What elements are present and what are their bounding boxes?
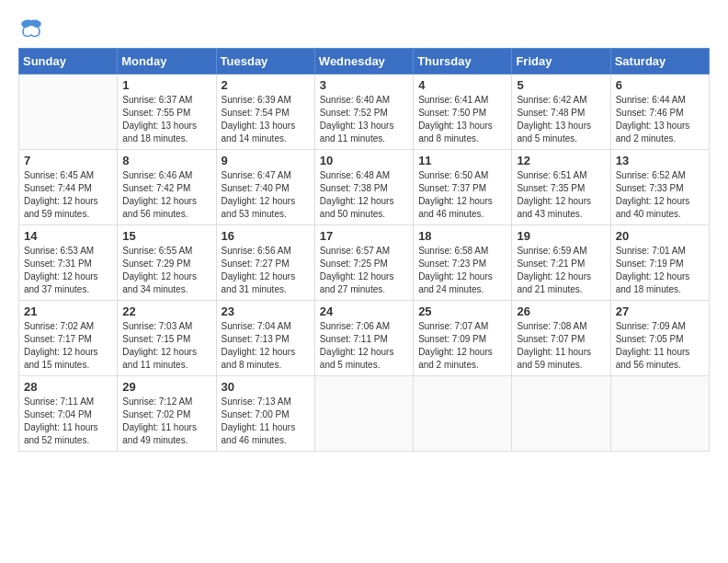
cell-info: Sunrise: 6:44 AM Sunset: 7:46 PM Dayligh… bbox=[616, 94, 704, 145]
calendar-cell: 15Sunrise: 6:55 AM Sunset: 7:29 PM Dayli… bbox=[118, 225, 216, 301]
cell-info: Sunrise: 6:42 AM Sunset: 7:48 PM Dayligh… bbox=[517, 94, 605, 145]
weekday-header-sunday: Sunday bbox=[19, 49, 118, 75]
cell-info: Sunrise: 7:11 AM Sunset: 7:04 PM Dayligh… bbox=[24, 396, 112, 447]
calendar-cell: 29Sunrise: 7:12 AM Sunset: 7:02 PM Dayli… bbox=[118, 376, 216, 452]
cell-info: Sunrise: 6:39 AM Sunset: 7:54 PM Dayligh… bbox=[222, 94, 310, 145]
calendar-cell bbox=[610, 376, 709, 452]
calendar-cell bbox=[414, 376, 512, 452]
day-number: 16 bbox=[222, 229, 310, 243]
day-number: 13 bbox=[616, 154, 704, 167]
cell-info: Sunrise: 6:41 AM Sunset: 7:50 PM Dayligh… bbox=[418, 94, 506, 145]
day-number: 12 bbox=[517, 154, 605, 167]
calendar-cell: 3Sunrise: 6:40 AM Sunset: 7:52 PM Daylig… bbox=[314, 75, 413, 150]
day-number: 11 bbox=[418, 154, 506, 167]
calendar-cell: 4Sunrise: 6:41 AM Sunset: 7:50 PM Daylig… bbox=[414, 75, 512, 150]
cell-info: Sunrise: 7:09 AM Sunset: 7:05 PM Dayligh… bbox=[616, 320, 704, 372]
cell-info: Sunrise: 6:57 AM Sunset: 7:25 PM Dayligh… bbox=[320, 245, 408, 296]
calendar-cell: 12Sunrise: 6:51 AM Sunset: 7:35 PM Dayli… bbox=[512, 150, 610, 225]
day-number: 8 bbox=[122, 154, 210, 167]
calendar-cell: 5Sunrise: 6:42 AM Sunset: 7:48 PM Daylig… bbox=[512, 75, 610, 150]
calendar-cell: 23Sunrise: 7:04 AM Sunset: 7:13 PM Dayli… bbox=[216, 301, 314, 376]
cell-info: Sunrise: 7:02 AM Sunset: 7:17 PM Dayligh… bbox=[24, 320, 112, 372]
calendar-cell bbox=[314, 376, 413, 452]
cell-info: Sunrise: 6:55 AM Sunset: 7:29 PM Dayligh… bbox=[122, 245, 210, 296]
cell-info: Sunrise: 6:46 AM Sunset: 7:42 PM Dayligh… bbox=[122, 169, 210, 221]
calendar-cell: 27Sunrise: 7:09 AM Sunset: 7:05 PM Dayli… bbox=[610, 301, 709, 376]
day-number: 1 bbox=[122, 78, 210, 92]
cell-info: Sunrise: 7:03 AM Sunset: 7:15 PM Dayligh… bbox=[122, 320, 210, 372]
week-row-3: 14Sunrise: 6:53 AM Sunset: 7:31 PM Dayli… bbox=[19, 225, 710, 301]
day-number: 24 bbox=[320, 304, 408, 318]
calendar-cell: 14Sunrise: 6:53 AM Sunset: 7:31 PM Dayli… bbox=[19, 225, 118, 301]
cell-info: Sunrise: 7:08 AM Sunset: 7:07 PM Dayligh… bbox=[517, 320, 605, 372]
cell-info: Sunrise: 7:01 AM Sunset: 7:19 PM Dayligh… bbox=[616, 245, 704, 296]
weekday-header-saturday: Saturday bbox=[610, 49, 709, 75]
cell-info: Sunrise: 6:48 AM Sunset: 7:38 PM Dayligh… bbox=[320, 169, 408, 221]
calendar-header: SundayMondayTuesdayWednesdayThursdayFrid… bbox=[19, 49, 710, 75]
cell-info: Sunrise: 6:50 AM Sunset: 7:37 PM Dayligh… bbox=[418, 169, 506, 221]
page-header bbox=[18, 18, 710, 39]
day-number: 14 bbox=[24, 229, 112, 243]
weekday-header-monday: Monday bbox=[118, 49, 216, 75]
weekday-header-friday: Friday bbox=[512, 49, 610, 75]
weekday-header-tuesday: Tuesday bbox=[216, 49, 314, 75]
day-number: 4 bbox=[418, 78, 506, 92]
calendar-body: 1Sunrise: 6:37 AM Sunset: 7:55 PM Daylig… bbox=[19, 75, 710, 452]
calendar-cell: 22Sunrise: 7:03 AM Sunset: 7:15 PM Dayli… bbox=[118, 301, 216, 376]
day-number: 19 bbox=[517, 229, 605, 243]
week-row-2: 7Sunrise: 6:45 AM Sunset: 7:44 PM Daylig… bbox=[19, 150, 710, 225]
calendar-cell: 19Sunrise: 6:59 AM Sunset: 7:21 PM Dayli… bbox=[512, 225, 610, 301]
cell-info: Sunrise: 6:52 AM Sunset: 7:33 PM Dayligh… bbox=[616, 169, 704, 221]
day-number: 29 bbox=[122, 380, 210, 394]
day-number: 15 bbox=[122, 229, 210, 243]
logo bbox=[18, 18, 48, 39]
calendar-cell: 1Sunrise: 6:37 AM Sunset: 7:55 PM Daylig… bbox=[118, 75, 216, 150]
cell-info: Sunrise: 7:12 AM Sunset: 7:02 PM Dayligh… bbox=[122, 396, 210, 447]
cell-info: Sunrise: 6:51 AM Sunset: 7:35 PM Dayligh… bbox=[517, 169, 605, 221]
day-number: 7 bbox=[24, 154, 112, 167]
calendar-cell: 28Sunrise: 7:11 AM Sunset: 7:04 PM Dayli… bbox=[19, 376, 118, 452]
calendar-cell: 9Sunrise: 6:47 AM Sunset: 7:40 PM Daylig… bbox=[216, 150, 314, 225]
day-number: 27 bbox=[616, 304, 704, 318]
calendar-cell: 16Sunrise: 6:56 AM Sunset: 7:27 PM Dayli… bbox=[216, 225, 314, 301]
cell-info: Sunrise: 6:40 AM Sunset: 7:52 PM Dayligh… bbox=[320, 94, 408, 145]
cell-info: Sunrise: 7:07 AM Sunset: 7:09 PM Dayligh… bbox=[418, 320, 506, 372]
calendar-cell: 2Sunrise: 6:39 AM Sunset: 7:54 PM Daylig… bbox=[216, 75, 314, 150]
cell-info: Sunrise: 6:58 AM Sunset: 7:23 PM Dayligh… bbox=[418, 245, 506, 296]
day-number: 30 bbox=[222, 380, 310, 394]
day-number: 23 bbox=[222, 304, 310, 318]
day-number: 9 bbox=[222, 154, 310, 167]
weekday-header-thursday: Thursday bbox=[414, 49, 512, 75]
cell-info: Sunrise: 7:13 AM Sunset: 7:00 PM Dayligh… bbox=[222, 396, 310, 447]
calendar-cell: 10Sunrise: 6:48 AM Sunset: 7:38 PM Dayli… bbox=[314, 150, 413, 225]
cell-info: Sunrise: 6:59 AM Sunset: 7:21 PM Dayligh… bbox=[517, 245, 605, 296]
calendar-cell bbox=[19, 75, 118, 150]
day-number: 6 bbox=[616, 78, 704, 92]
calendar-table: SundayMondayTuesdayWednesdayThursdayFrid… bbox=[18, 48, 710, 452]
cell-info: Sunrise: 6:56 AM Sunset: 7:27 PM Dayligh… bbox=[222, 245, 310, 296]
calendar-cell: 7Sunrise: 6:45 AM Sunset: 7:44 PM Daylig… bbox=[19, 150, 118, 225]
calendar-cell: 30Sunrise: 7:13 AM Sunset: 7:00 PM Dayli… bbox=[216, 376, 314, 452]
calendar-cell: 26Sunrise: 7:08 AM Sunset: 7:07 PM Dayli… bbox=[512, 301, 610, 376]
day-number: 17 bbox=[320, 229, 408, 243]
calendar-cell: 11Sunrise: 6:50 AM Sunset: 7:37 PM Dayli… bbox=[414, 150, 512, 225]
calendar-cell: 25Sunrise: 7:07 AM Sunset: 7:09 PM Dayli… bbox=[414, 301, 512, 376]
day-number: 10 bbox=[320, 154, 408, 167]
cell-info: Sunrise: 7:04 AM Sunset: 7:13 PM Dayligh… bbox=[222, 320, 310, 372]
cell-info: Sunrise: 6:37 AM Sunset: 7:55 PM Dayligh… bbox=[122, 94, 210, 145]
day-number: 21 bbox=[24, 304, 112, 318]
calendar-cell: 17Sunrise: 6:57 AM Sunset: 7:25 PM Dayli… bbox=[314, 225, 413, 301]
cell-info: Sunrise: 7:06 AM Sunset: 7:11 PM Dayligh… bbox=[320, 320, 408, 372]
week-row-5: 28Sunrise: 7:11 AM Sunset: 7:04 PM Dayli… bbox=[19, 376, 710, 452]
day-number: 26 bbox=[517, 304, 605, 318]
calendar-cell: 21Sunrise: 7:02 AM Sunset: 7:17 PM Dayli… bbox=[19, 301, 118, 376]
day-number: 20 bbox=[616, 229, 704, 243]
cell-info: Sunrise: 6:53 AM Sunset: 7:31 PM Dayligh… bbox=[24, 245, 112, 296]
day-number: 18 bbox=[418, 229, 506, 243]
weekday-header-wednesday: Wednesday bbox=[314, 49, 413, 75]
cell-info: Sunrise: 6:45 AM Sunset: 7:44 PM Dayligh… bbox=[24, 169, 112, 221]
calendar-cell bbox=[512, 376, 610, 452]
week-row-4: 21Sunrise: 7:02 AM Sunset: 7:17 PM Dayli… bbox=[19, 301, 710, 376]
day-number: 2 bbox=[222, 78, 310, 92]
calendar-cell: 24Sunrise: 7:06 AM Sunset: 7:11 PM Dayli… bbox=[314, 301, 413, 376]
